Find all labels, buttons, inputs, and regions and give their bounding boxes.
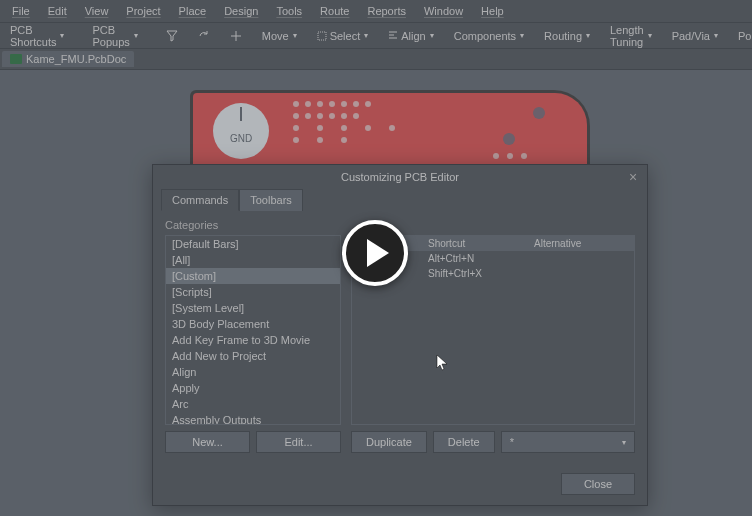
document-tab-bar: Kame_FMU.PcbDoc [0, 48, 752, 70]
menu-project[interactable]: Project [118, 3, 168, 19]
category-item[interactable]: [Scripts] [166, 284, 340, 300]
menu-place[interactable]: Place [171, 3, 215, 19]
menu-design[interactable]: Design [216, 3, 266, 19]
category-item[interactable]: Arc [166, 396, 340, 412]
svg-rect-0 [318, 32, 326, 40]
play-button[interactable] [342, 220, 408, 286]
document-tab[interactable]: Kame_FMU.PcbDoc [2, 51, 134, 67]
category-item[interactable]: [All] [166, 252, 340, 268]
polygons-menu[interactable]: Polygons▾ [732, 28, 752, 44]
move-menu[interactable]: Move▾ [256, 28, 303, 44]
menu-bar: File Edit View Project Place Design Tool… [0, 0, 752, 22]
edit-button[interactable]: Edit... [256, 431, 341, 453]
menu-route[interactable]: Route [312, 3, 357, 19]
dialog-title-bar[interactable]: Customizing PCB Editor × [153, 165, 647, 189]
routing-menu[interactable]: Routing▾ [538, 28, 596, 44]
play-icon [367, 239, 389, 267]
menu-edit[interactable]: Edit [40, 3, 75, 19]
menu-help[interactable]: Help [473, 3, 512, 19]
toolbar: PCB Shortcuts▾ PCB Popups▾ Move▾ Select▾… [0, 22, 752, 48]
menu-file[interactable]: File [4, 3, 38, 19]
category-item[interactable]: [Default Bars] [166, 236, 340, 252]
filter-icon[interactable] [160, 28, 184, 44]
padvia-menu[interactable]: Pad/Via▾ [666, 28, 724, 44]
category-item[interactable]: [Custom] [166, 268, 340, 284]
menu-tools[interactable]: Tools [268, 3, 310, 19]
shortcut-header: Shortcut [422, 236, 528, 251]
dialog-title: Customizing PCB Editor [341, 171, 459, 183]
redo-icon[interactable] [192, 28, 216, 44]
menu-reports[interactable]: Reports [359, 3, 414, 19]
alternative-header: Alternative [528, 236, 634, 251]
pcb-popups-menu[interactable]: PCB Popups▾ [86, 22, 143, 50]
components-menu[interactable]: Components▾ [448, 28, 530, 44]
category-item[interactable]: Align [166, 364, 340, 380]
select-menu[interactable]: Select▾ [311, 28, 375, 44]
length-tuning-menu[interactable]: Length Tuning▾ [604, 22, 658, 50]
align-menu[interactable]: Align▾ [382, 28, 439, 44]
close-icon[interactable]: × [625, 169, 641, 185]
categories-label: Categories [165, 219, 341, 231]
tab-commands[interactable]: Commands [161, 189, 239, 211]
menu-view[interactable]: View [77, 3, 117, 19]
tab-toolbars[interactable]: Toolbars [239, 189, 303, 211]
customize-dialog: Customizing PCB Editor × Commands Toolba… [152, 164, 648, 506]
duplicate-button[interactable]: Duplicate [351, 431, 427, 453]
category-item[interactable]: [System Level] [166, 300, 340, 316]
category-item[interactable]: Apply [166, 380, 340, 396]
filter-dropdown[interactable]: *▾ [501, 431, 635, 453]
pcb-shortcuts-menu[interactable]: PCB Shortcuts▾ [4, 22, 70, 50]
category-item[interactable]: Assembly Outputs [166, 412, 340, 425]
pcb-doc-icon [10, 54, 22, 64]
document-tab-label: Kame_FMU.PcbDoc [26, 53, 126, 65]
category-item[interactable]: 3D Body Placement [166, 316, 340, 332]
cross-icon[interactable] [224, 28, 248, 44]
menu-window[interactable]: Window [416, 3, 471, 19]
delete-button[interactable]: Delete [433, 431, 495, 453]
close-button[interactable]: Close [561, 473, 635, 495]
categories-list[interactable]: [Default Bars][All][Custom][Scripts][Sys… [165, 235, 341, 425]
category-item[interactable]: Add New to Project [166, 348, 340, 364]
gnd-pad: GND [213, 103, 269, 159]
category-item[interactable]: Add Key Frame to 3D Movie [166, 332, 340, 348]
new-button[interactable]: New... [165, 431, 250, 453]
